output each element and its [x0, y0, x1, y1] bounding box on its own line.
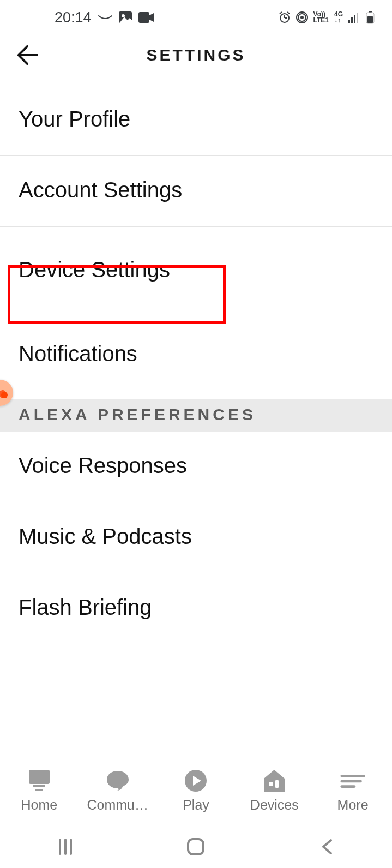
- svg-rect-20: [35, 789, 43, 791]
- svg-rect-18: [29, 770, 50, 784]
- nav-play[interactable]: Play: [157, 755, 236, 825]
- nav-more[interactable]: More: [313, 755, 392, 825]
- app-header: SETTINGS: [0, 36, 392, 74]
- settings-item-label: Device Settings: [19, 258, 170, 282]
- play-icon: [183, 768, 209, 794]
- svg-rect-19: [33, 785, 45, 787]
- svg-rect-30: [188, 839, 203, 854]
- svg-rect-13: [354, 15, 355, 23]
- image-icon: [119, 11, 132, 23]
- nav-home[interactable]: Home: [0, 755, 79, 825]
- volte-indicator: Vo)) LTE1: [313, 11, 329, 23]
- svg-rect-11: [348, 20, 350, 23]
- status-bar: 20:14 Vo)) LTE1 4G ↓↑: [0, 0, 392, 31]
- svg-point-8: [300, 16, 304, 19]
- svg-line-7: [287, 12, 290, 14]
- settings-item-account-settings[interactable]: Account Settings: [0, 156, 392, 227]
- svg-rect-12: [351, 17, 353, 23]
- hotspot-icon: [296, 11, 308, 23]
- section-header-alexa-preferences: ALEXA PREFERENCES: [0, 399, 392, 432]
- settings-item-label: Music & Podcasts: [19, 524, 192, 548]
- arrow-left-icon: [16, 45, 38, 65]
- nav-label: Home: [21, 797, 58, 813]
- svg-point-1: [122, 14, 125, 17]
- svg-rect-2: [138, 12, 149, 23]
- svg-point-22: [269, 782, 273, 786]
- status-time: 20:14: [55, 9, 92, 26]
- system-nav: [0, 825, 392, 868]
- home-outline-icon: [186, 837, 205, 856]
- preferences-list: Voice Responses Music & Podcasts Flash B…: [0, 432, 392, 644]
- more-icon: [340, 768, 366, 794]
- sys-home-button[interactable]: [179, 836, 212, 858]
- status-right: Vo)) LTE1 4G ↓↑: [279, 11, 375, 24]
- sys-back-button[interactable]: [310, 836, 343, 858]
- network-indicator: 4G ↓↑: [334, 11, 343, 23]
- settings-item-label: Account Settings: [19, 178, 182, 202]
- chat-icon: [105, 768, 131, 794]
- recents-icon: [57, 839, 74, 855]
- settings-item-device-settings[interactable]: Device Settings: [0, 227, 392, 313]
- sys-recents-button[interactable]: [49, 836, 82, 858]
- settings-item-music-podcasts[interactable]: Music & Podcasts: [0, 502, 392, 573]
- settings-item-label: Your Profile: [19, 107, 130, 131]
- settings-item-your-profile[interactable]: Your Profile: [0, 85, 392, 156]
- settings-item-notifications[interactable]: Notifications: [0, 313, 392, 399]
- nav-label: Play: [183, 797, 209, 813]
- settings-item-flash-briefing[interactable]: Flash Briefing: [0, 573, 392, 644]
- settings-item-label: Flash Briefing: [19, 595, 152, 619]
- nav-communicate[interactable]: Commu…: [79, 755, 157, 825]
- svg-rect-17: [367, 16, 373, 23]
- settings-item-voice-responses[interactable]: Voice Responses: [0, 432, 392, 502]
- nav-label: Devices: [250, 797, 299, 813]
- nav-label: Commu…: [87, 797, 148, 813]
- home-icon: [26, 768, 52, 794]
- page-title: SETTINGS: [0, 46, 392, 64]
- svg-rect-14: [357, 13, 358, 23]
- signal-icon: [348, 12, 360, 23]
- video-icon: [138, 12, 154, 23]
- nav-label: More: [337, 797, 369, 813]
- battery-icon: [366, 11, 375, 24]
- settings-item-label: Notifications: [19, 342, 137, 366]
- settings-item-label: Voice Responses: [19, 453, 187, 477]
- nav-devices[interactable]: Devices: [235, 755, 313, 825]
- chevron-left-icon: [320, 839, 333, 855]
- svg-rect-23: [275, 780, 279, 788]
- status-left: 20:14: [55, 9, 154, 26]
- alarm-icon: [279, 11, 291, 23]
- back-button[interactable]: [11, 39, 44, 71]
- settings-list: Your Profile Account Settings Device Set…: [0, 85, 392, 399]
- amazon-swoosh-icon: [98, 14, 112, 21]
- devices-icon: [261, 768, 287, 794]
- bottom-nav: Home Commu… Play Devices More: [0, 755, 392, 825]
- svg-line-6: [280, 12, 282, 14]
